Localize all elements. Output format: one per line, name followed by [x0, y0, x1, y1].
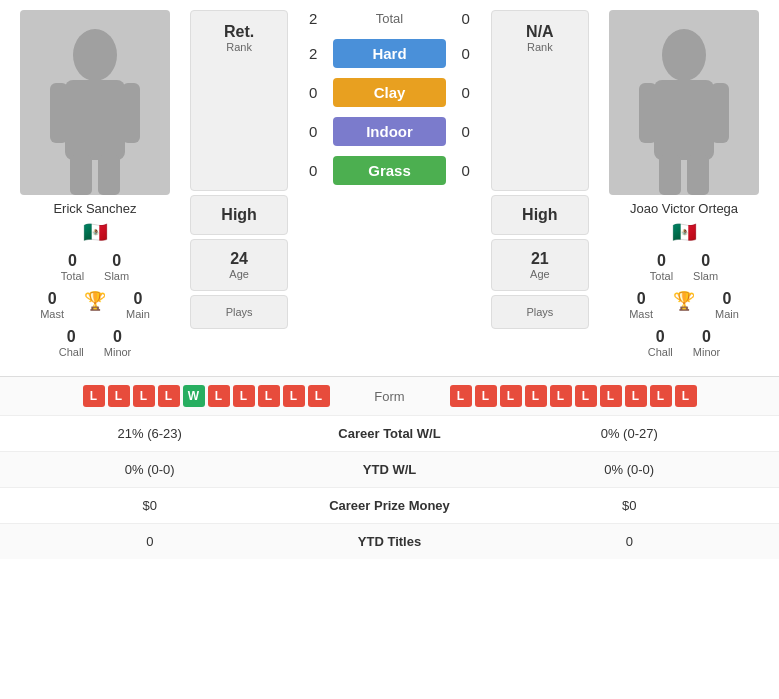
- right-form-badge-8: L: [650, 385, 672, 407]
- right-high-box: High: [491, 195, 589, 235]
- stats-left-0: 21% (6-23): [10, 426, 290, 441]
- right-minor-label: Minor: [693, 346, 721, 358]
- total-score-left: 2: [293, 10, 333, 27]
- right-form-badge-0: L: [450, 385, 472, 407]
- high-spacer: [293, 195, 486, 235]
- stats-row-2: $0Career Prize Money$0: [0, 487, 779, 523]
- left-minor-label: Minor: [104, 346, 132, 358]
- hard-score-left: 2: [293, 45, 333, 62]
- surfaces-panel: 2 Total 0 2 Hard 0 0 Clay 0: [293, 10, 486, 191]
- right-slam-label: Slam: [693, 270, 718, 282]
- left-total-label: Total: [61, 270, 84, 282]
- left-mast-value: 0: [48, 290, 57, 308]
- right-mast-value: 0: [637, 290, 646, 308]
- right-form-badge-1: L: [475, 385, 497, 407]
- right-total-value: 0: [657, 252, 666, 270]
- right-rank-value: N/A: [492, 23, 588, 41]
- left-age-box: 24 Age: [190, 239, 288, 291]
- hard-badge: Hard: [333, 39, 446, 68]
- stats-right-2: $0: [490, 498, 770, 513]
- left-rank-box: Ret. Rank: [190, 10, 288, 191]
- form-section: LLLLWLLLLL Form LLLLLLLLLL: [0, 376, 779, 415]
- left-form-badge-4: W: [183, 385, 205, 407]
- right-form-badge-4: L: [550, 385, 572, 407]
- left-rank-label: Rank: [191, 41, 287, 53]
- right-total-label: Total: [650, 270, 673, 282]
- left-form-badge-3: L: [158, 385, 180, 407]
- left-player-flag: 🇲🇽: [83, 220, 108, 244]
- stats-center-label-0: Career Total W/L: [290, 426, 490, 441]
- total-label: Total: [333, 11, 446, 26]
- right-stat-row-2: 0 Mast 🏆 0 Main: [594, 290, 774, 320]
- left-slam-value: 0: [112, 252, 121, 270]
- left-chall-stat: 0 Chall: [59, 328, 84, 358]
- form-label: Form: [330, 389, 450, 404]
- right-main-stat: 0 Main: [715, 290, 739, 320]
- right-mast-stat: 0 Mast: [629, 290, 653, 320]
- stats-center-label-3: YTD Titles: [290, 534, 490, 549]
- right-chall-label: Chall: [648, 346, 673, 358]
- form-left: LLLLWLLLLL: [10, 385, 330, 407]
- right-mast-label: Mast: [629, 308, 653, 320]
- right-age-value: 21: [492, 250, 588, 268]
- stats-row-0: 21% (6-23)Career Total W/L0% (0-27): [0, 415, 779, 451]
- comparison-layout: Erick Sanchez 🇲🇽 0 Total 0 Slam 0 Mast: [0, 0, 779, 376]
- left-stat-row-1: 0 Total 0 Slam: [5, 252, 185, 282]
- left-rank-value: Ret.: [191, 23, 287, 41]
- hard-score-right: 0: [446, 45, 486, 62]
- stats-center-label-2: Career Prize Money: [290, 498, 490, 513]
- left-main-stat: 0 Main: [126, 290, 150, 320]
- left-minor-stat: 0 Minor: [104, 328, 132, 358]
- stats-right-3: 0: [490, 534, 770, 549]
- stats-left-1: 0% (0-0): [10, 462, 290, 477]
- plays-row: Plays Plays: [190, 295, 589, 329]
- left-plays-box: Plays: [190, 295, 288, 329]
- left-plays-label: Plays: [191, 306, 287, 318]
- left-total-stat: 0 Total: [61, 252, 84, 282]
- left-age-value: 24: [191, 250, 287, 268]
- age-row: 24 Age 21 Age: [190, 239, 589, 291]
- left-total-value: 0: [68, 252, 77, 270]
- left-slam-stat: 0 Slam: [104, 252, 129, 282]
- left-mast-label: Mast: [40, 308, 64, 320]
- left-trophy: 🏆: [84, 290, 106, 320]
- left-player-photo: [20, 10, 170, 195]
- svg-rect-11: [687, 155, 709, 195]
- left-trophy-icon: 🏆: [84, 290, 106, 312]
- left-minor-value: 0: [113, 328, 122, 346]
- left-player-column: Erick Sanchez 🇲🇽 0 Total 0 Slam 0 Mast: [5, 10, 185, 366]
- svg-rect-8: [639, 83, 657, 143]
- right-form-badge-3: L: [525, 385, 547, 407]
- indoor-row: 0 Indoor 0: [293, 117, 486, 146]
- right-trophy: 🏆: [673, 290, 695, 320]
- right-minor-value: 0: [702, 328, 711, 346]
- svg-rect-4: [70, 155, 92, 195]
- left-stat-row-3: 0 Chall 0 Minor: [5, 328, 185, 358]
- left-chall-value: 0: [67, 328, 76, 346]
- grass-score-right: 0: [446, 162, 486, 179]
- indoor-badge: Indoor: [333, 117, 446, 146]
- right-total-stat: 0 Total: [650, 252, 673, 282]
- right-player-flag: 🇲🇽: [672, 220, 697, 244]
- clay-score-left: 0: [293, 84, 333, 101]
- main-container: Erick Sanchez 🇲🇽 0 Total 0 Slam 0 Mast: [0, 0, 779, 559]
- right-rank-box: N/A Rank: [491, 10, 589, 191]
- svg-rect-5: [98, 155, 120, 195]
- right-slam-value: 0: [701, 252, 710, 270]
- right-chall-value: 0: [656, 328, 665, 346]
- left-form-badge-0: L: [83, 385, 105, 407]
- high-row: High High: [190, 195, 589, 235]
- svg-rect-9: [711, 83, 729, 143]
- left-form-badge-8: L: [283, 385, 305, 407]
- stats-right-0: 0% (0-27): [490, 426, 770, 441]
- hard-row: 2 Hard 0: [293, 39, 486, 68]
- svg-rect-2: [50, 83, 68, 143]
- total-score-right: 0: [446, 10, 486, 27]
- right-form-badge-7: L: [625, 385, 647, 407]
- left-player-name: Erick Sanchez: [53, 201, 136, 216]
- left-mast-stat: 0 Mast: [40, 290, 64, 320]
- right-rank-label: Rank: [492, 41, 588, 53]
- left-form-badge-7: L: [258, 385, 280, 407]
- right-form-badge-2: L: [500, 385, 522, 407]
- svg-point-6: [662, 29, 706, 81]
